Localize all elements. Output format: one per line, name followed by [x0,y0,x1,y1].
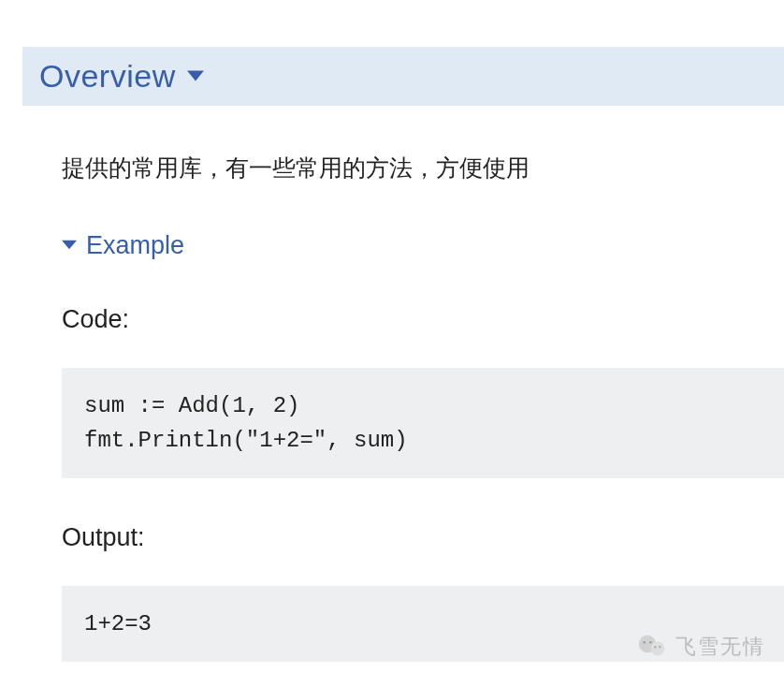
svg-point-4 [643,641,646,644]
content-area: 提供的常用库，有一些常用的方法，方便使用 Example Code: sum :… [22,151,784,662]
code-heading: Code: [62,305,784,334]
watermark: 飞雪无情 [638,633,765,661]
overview-title: Overview [39,58,176,95]
overview-section-header[interactable]: Overview [22,47,784,106]
svg-point-5 [649,641,652,644]
wechat-icon [638,635,666,659]
caret-down-icon [187,68,204,85]
svg-marker-1 [62,241,77,250]
watermark-text: 飞雪无情 [675,633,765,661]
example-toggle[interactable]: Example [62,231,784,260]
doc-container: Overview 提供的常用库，有一些常用的方法，方便使用 Example Co… [0,47,784,662]
svg-marker-0 [187,70,204,80]
code-block: sum := Add(1, 2) fmt.Println("1+2=", sum… [62,368,784,478]
caret-down-icon [62,237,77,254]
example-label: Example [86,231,184,260]
package-description: 提供的常用库，有一些常用的方法，方便使用 [62,151,784,186]
svg-point-3 [650,642,664,656]
output-heading: Output: [62,523,784,552]
svg-point-6 [654,646,656,648]
svg-point-7 [659,646,661,648]
